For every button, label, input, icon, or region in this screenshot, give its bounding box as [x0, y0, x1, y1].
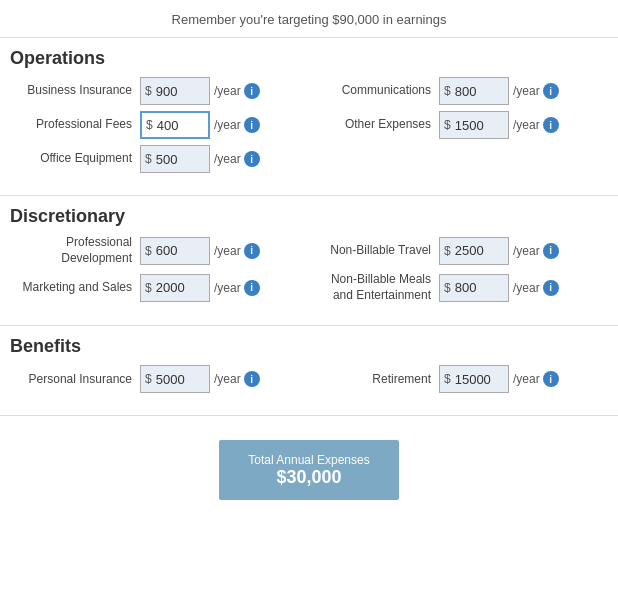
marketing-sales-input-group: $ /year i [140, 274, 260, 302]
marketing-sales-label: Marketing and Sales [10, 280, 140, 296]
non-billable-meals-label: Non-Billable Meals and Entertainment [309, 272, 439, 303]
marketing-sales-info-icon[interactable]: i [244, 280, 260, 296]
non-billable-meals-input[interactable] [455, 280, 500, 295]
communications-box: $ [439, 77, 509, 105]
communications-info-icon[interactable]: i [543, 83, 559, 99]
business-insurance-input[interactable] [156, 84, 201, 99]
marketing-sales-input[interactable] [156, 280, 201, 295]
benefits-row-1: Personal Insurance $ /year i Retirement … [10, 365, 608, 403]
non-billable-meals-info-icon[interactable]: i [543, 280, 559, 296]
other-expenses-input[interactable] [455, 118, 500, 133]
business-insurance-box: $ [140, 77, 210, 105]
professional-dev-label: Professional Development [10, 235, 140, 266]
personal-insurance-per-year: /year [214, 372, 241, 386]
discretionary-row-2: Marketing and Sales $ /year i Non-Billab… [10, 272, 608, 313]
professional-dev-box: $ [140, 237, 210, 265]
retirement-input[interactable] [455, 372, 500, 387]
operations-right-1: Communications $ /year i [309, 77, 608, 105]
benefits-left-1: Personal Insurance $ /year i [10, 365, 309, 393]
other-expenses-per-year: /year [513, 118, 540, 132]
other-expenses-box: $ [439, 111, 509, 139]
other-expenses-label: Other Expenses [309, 117, 439, 133]
personal-insurance-input-group: $ /year i [140, 365, 260, 393]
discretionary-left-2: Marketing and Sales $ /year i [10, 274, 309, 302]
office-equipment-info-icon[interactable]: i [244, 151, 260, 167]
communications-input-group: $ /year i [439, 77, 559, 105]
professional-fees-label: Professional Fees [10, 117, 140, 133]
communications-input[interactable] [455, 84, 500, 99]
operations-left-1: Business Insurance $ /year i [10, 77, 309, 105]
office-equipment-label: Office Equipment [10, 151, 140, 167]
business-insurance-per-year: /year [214, 84, 241, 98]
total-box: Total Annual Expenses $30,000 [219, 440, 399, 500]
non-billable-travel-input[interactable] [455, 243, 500, 258]
operations-section: Operations Business Insurance $ /year i … [0, 38, 618, 196]
personal-insurance-input[interactable] [156, 372, 201, 387]
non-billable-meals-input-group: $ /year i [439, 274, 559, 302]
other-expenses-input-group: $ /year i [439, 111, 559, 139]
operations-row-3: Office Equipment $ /year i [10, 145, 608, 183]
non-billable-travel-label: Non-Billable Travel [309, 243, 439, 259]
office-equipment-input-group: $ /year i [140, 145, 260, 173]
professional-dev-input-group: $ /year i [140, 237, 260, 265]
banner-text: Remember you're targeting $90,000 in ear… [172, 12, 447, 27]
retirement-per-year: /year [513, 372, 540, 386]
non-billable-meals-box: $ [439, 274, 509, 302]
retirement-info-icon[interactable]: i [543, 371, 559, 387]
professional-fees-per-year: /year [214, 118, 241, 132]
non-billable-travel-info-icon[interactable]: i [543, 243, 559, 259]
non-billable-travel-input-group: $ /year i [439, 237, 559, 265]
office-equipment-input[interactable] [156, 152, 201, 167]
professional-dev-info-icon[interactable]: i [244, 243, 260, 259]
office-equipment-box: $ [140, 145, 210, 173]
personal-insurance-box: $ [140, 365, 210, 393]
professional-fees-input-group: $ /year i [140, 111, 260, 139]
operations-left-2: Professional Fees $ /year i [10, 111, 309, 139]
communications-per-year: /year [513, 84, 540, 98]
benefits-section: Benefits Personal Insurance $ /year i Re… [0, 326, 618, 416]
professional-dev-per-year: /year [214, 244, 241, 258]
other-expenses-info-icon[interactable]: i [543, 117, 559, 133]
personal-insurance-info-icon[interactable]: i [244, 371, 260, 387]
professional-dev-input[interactable] [156, 243, 201, 258]
benefits-title: Benefits [10, 336, 608, 357]
non-billable-travel-per-year: /year [513, 244, 540, 258]
retirement-label: Retirement [309, 372, 439, 388]
discretionary-row-1: Professional Development $ /year i Non-B… [10, 235, 608, 266]
operations-right-2: Other Expenses $ /year i [309, 111, 608, 139]
professional-fees-box: $ [140, 111, 210, 139]
office-equipment-per-year: /year [214, 152, 241, 166]
professional-fees-info-icon[interactable]: i [244, 117, 260, 133]
non-billable-meals-per-year: /year [513, 281, 540, 295]
discretionary-left-1: Professional Development $ /year i [10, 235, 309, 266]
operations-row-1: Business Insurance $ /year i Communicati… [10, 77, 608, 105]
professional-fees-input[interactable] [157, 118, 202, 133]
business-insurance-info-icon[interactable]: i [244, 83, 260, 99]
benefits-right-1: Retirement $ /year i [309, 365, 608, 393]
operations-row-2: Professional Fees $ /year i Other Expens… [10, 111, 608, 139]
retirement-input-group: $ /year i [439, 365, 559, 393]
marketing-sales-box: $ [140, 274, 210, 302]
discretionary-title: Discretionary [10, 206, 608, 227]
operations-title: Operations [10, 48, 608, 69]
total-value: $30,000 [276, 467, 341, 488]
total-label: Total Annual Expenses [248, 453, 369, 467]
non-billable-travel-box: $ [439, 237, 509, 265]
business-insurance-label: Business Insurance [10, 83, 140, 99]
discretionary-right-2: Non-Billable Meals and Entertainment $ /… [309, 272, 608, 303]
communications-label: Communications [309, 83, 439, 99]
total-container: Total Annual Expenses $30,000 [0, 416, 618, 526]
retirement-box: $ [439, 365, 509, 393]
banner: Remember you're targeting $90,000 in ear… [0, 0, 618, 38]
marketing-sales-per-year: /year [214, 281, 241, 295]
operations-left-3: Office Equipment $ /year i [10, 145, 309, 173]
personal-insurance-label: Personal Insurance [10, 372, 140, 388]
business-insurance-input-group: $ /year i [140, 77, 260, 105]
discretionary-right-1: Non-Billable Travel $ /year i [309, 237, 608, 265]
discretionary-section: Discretionary Professional Development $… [0, 196, 618, 326]
